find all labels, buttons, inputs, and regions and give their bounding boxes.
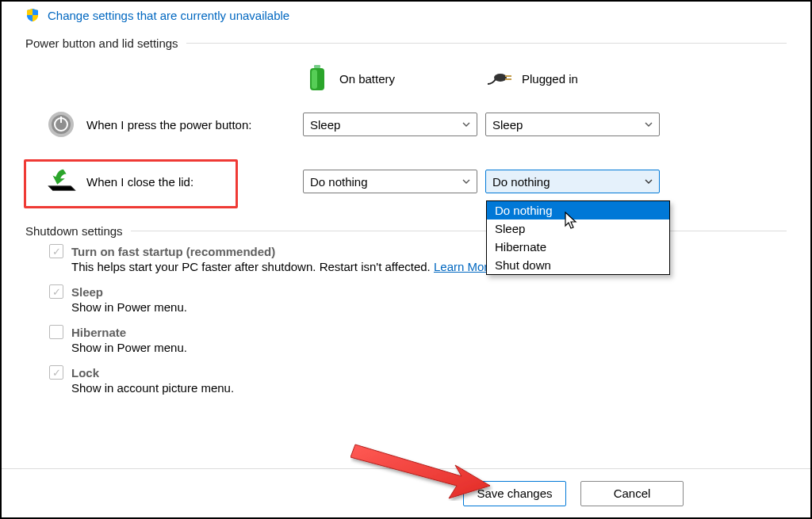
chevron-down-icon xyxy=(462,179,470,184)
hibernate-item: Hibernate Show in Power menu. xyxy=(49,325,787,354)
divider xyxy=(131,231,787,231)
fast-startup-title: Turn on fast startup (recommended) xyxy=(71,245,275,258)
dropdown-option[interactable]: Hibernate xyxy=(487,238,669,256)
lock-title: Lock xyxy=(71,366,99,380)
svg-rect-9 xyxy=(60,116,62,123)
chevron-down-icon xyxy=(462,122,470,127)
fast-startup-desc: This helps start your PC faster after sh… xyxy=(71,260,431,273)
column-headers-row: On battery Plugged in xyxy=(25,58,787,99)
power-button-label: When I press the power button: xyxy=(86,118,251,132)
dropdown-value: Do nothing xyxy=(492,175,550,189)
shutdown-header: Shutdown settings xyxy=(25,224,787,238)
chevron-down-icon xyxy=(645,179,653,184)
close-lid-plugged-dropdown[interactable]: Do nothing xyxy=(485,170,660,193)
change-unavailable-settings-link[interactable]: Change settings that are currently unava… xyxy=(48,9,289,22)
divider xyxy=(186,43,787,44)
annotation-arrow xyxy=(350,441,493,503)
power-lid-title: Power button and lid settings xyxy=(25,36,178,50)
power-lid-header: Power button and lid settings xyxy=(25,36,787,50)
sleep-item: Sleep Show in Power menu. xyxy=(49,284,787,314)
svg-point-3 xyxy=(494,74,507,82)
hibernate-title: Hibernate xyxy=(71,326,126,339)
power-button-row: When I press the power button: Sleep Sle… xyxy=(25,104,787,145)
chevron-down-icon xyxy=(645,122,653,127)
dropdown-value: Sleep xyxy=(310,118,340,132)
svg-rect-2 xyxy=(312,70,317,89)
power-button-plugged-dropdown[interactable]: Sleep xyxy=(485,113,660,136)
dropdown-option[interactable]: Shut down xyxy=(487,256,669,274)
lock-checkbox[interactable] xyxy=(49,365,63,380)
admin-link-row: Change settings that are currently unava… xyxy=(2,2,810,25)
shutdown-settings-list: Turn on fast startup (recommended) This … xyxy=(49,244,787,395)
lock-item: Lock Show in account picture menu. xyxy=(49,365,787,395)
svg-rect-5 xyxy=(505,78,511,80)
svg-rect-4 xyxy=(505,75,511,77)
battery-icon xyxy=(303,64,331,93)
plug-icon xyxy=(485,64,514,93)
hibernate-checkbox[interactable] xyxy=(49,325,63,339)
fast-startup-item: Turn on fast startup (recommended) This … xyxy=(49,244,787,273)
hibernate-desc: Show in Power menu. xyxy=(71,341,787,354)
sleep-desc: Show in Power menu. xyxy=(71,300,787,314)
plugged-in-label: Plugged in xyxy=(522,72,578,86)
close-lid-battery-dropdown[interactable]: Do nothing xyxy=(303,170,477,193)
mouse-cursor-icon xyxy=(565,212,579,231)
uac-shield-icon xyxy=(25,8,40,22)
on-battery-label: On battery xyxy=(339,72,395,86)
sleep-title: Sleep xyxy=(71,285,103,299)
lock-desc: Show in account picture menu. xyxy=(71,381,787,395)
shutdown-group: Shutdown settings Turn on fast startup (… xyxy=(25,224,787,395)
power-button-icon xyxy=(45,109,77,140)
sleep-checkbox[interactable] xyxy=(49,284,63,299)
svg-rect-0 xyxy=(314,65,320,68)
power-button-battery-dropdown[interactable]: Sleep xyxy=(303,113,477,136)
shutdown-title: Shutdown settings xyxy=(25,224,123,238)
dropdown-value: Do nothing xyxy=(310,175,368,189)
cancel-button[interactable]: Cancel xyxy=(580,481,684,506)
fast-startup-checkbox[interactable] xyxy=(49,244,63,258)
annotation-highlight xyxy=(24,159,238,208)
window-frame: Change settings that are currently unava… xyxy=(0,0,812,519)
dropdown-value: Sleep xyxy=(492,118,523,132)
